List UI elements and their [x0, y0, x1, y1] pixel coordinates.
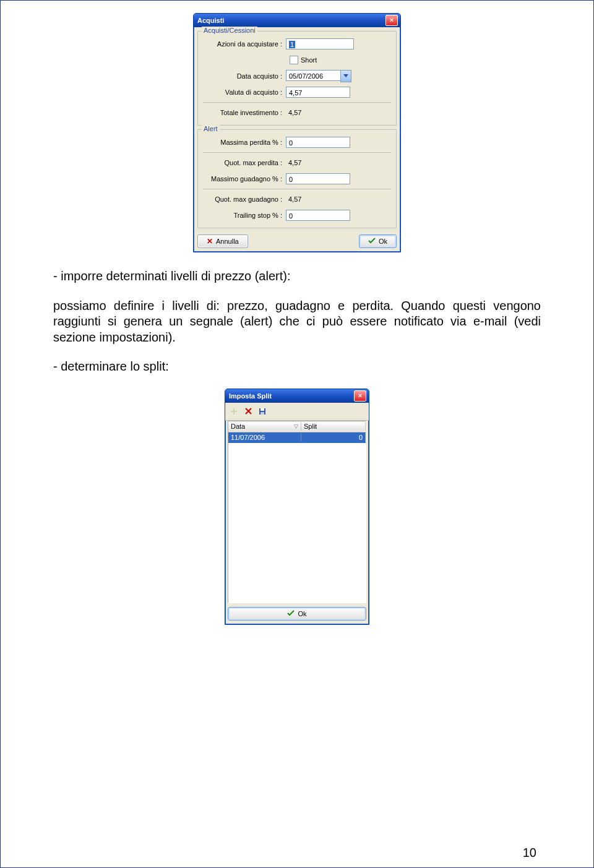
divider: [203, 152, 391, 153]
check-icon: [368, 238, 376, 245]
close-icon[interactable]: ×: [354, 390, 366, 402]
label-max-perdita: Massima perdita % :: [202, 139, 286, 146]
divider: [203, 102, 391, 103]
col-split[interactable]: Split: [301, 422, 366, 431]
svg-rect-2: [260, 412, 264, 415]
toolbar: [225, 403, 369, 421]
plus-icon[interactable]: [228, 405, 240, 418]
split-table: Data ▽ Split 11/07/2006 0: [228, 421, 366, 603]
table-header: Data ▽ Split: [228, 421, 366, 432]
titlebar-title: Imposta Split: [229, 392, 272, 400]
label-quot-perdita: Quot. max perdita :: [202, 159, 286, 166]
check-icon: [287, 610, 295, 617]
max-guadagno-input[interactable]: 0: [286, 173, 350, 184]
group-alert: Alert Massima perdita % : 0 Quot. max pe…: [197, 129, 397, 228]
cell-date: 11/07/2006: [228, 433, 301, 442]
totale-value: 4,57: [286, 108, 304, 118]
quot-perdita-value: 4,57: [286, 158, 304, 168]
titlebar-title: Acquisti: [197, 17, 224, 24]
max-perdita-input[interactable]: 0: [286, 137, 350, 148]
bullet-split: - determinare lo split:: [53, 359, 541, 375]
label-totale: Totale investimento :: [202, 109, 286, 116]
label-trailing: Trailing stop % :: [202, 212, 286, 219]
label-quot-guadagno: Quot. max guadagno :: [202, 196, 286, 203]
x-icon: ✕: [207, 237, 213, 246]
short-label: Short: [301, 56, 317, 64]
close-icon[interactable]: ×: [385, 15, 398, 26]
imposta-split-dialog: Imposta Split × Data ▽ Split: [225, 389, 369, 625]
col-data[interactable]: Data ▽: [228, 422, 301, 431]
group-legend-alert: Alert: [202, 125, 220, 132]
page-number: 10: [523, 846, 536, 860]
table-row[interactable]: 11/07/2006 0: [228, 432, 366, 443]
paragraph-alert: possiamo definire i livelli di: prezzo, …: [53, 298, 541, 346]
divider: [203, 189, 391, 189]
azioni-input[interactable]: 1: [286, 38, 354, 49]
group-legend: Acquisti/Cessioni: [202, 27, 257, 34]
valuta-input[interactable]: 4,57: [286, 87, 350, 98]
titlebar-acquisti: Acquisti ×: [194, 14, 400, 27]
bullet-alert: - imporre determinati livelli di prezzo …: [53, 269, 541, 285]
ok-button[interactable]: Ok: [228, 607, 366, 621]
chevron-down-icon[interactable]: [340, 70, 351, 82]
label-max-guadagno: Massimo guadagno % :: [202, 175, 286, 183]
quot-guadagno-value: 4,57: [286, 194, 304, 204]
x-icon[interactable]: [242, 405, 254, 418]
acquisti-dialog: Acquisti × Acquisti/Cessioni Azioni da a…: [193, 13, 401, 252]
sort-desc-icon: ▽: [294, 423, 298, 429]
trailing-input[interactable]: 0: [286, 210, 350, 221]
svg-rect-1: [260, 408, 264, 411]
save-icon[interactable]: [256, 405, 269, 418]
group-acquisti-cessioni: Acquisti/Cessioni Azioni da acquistare :…: [197, 31, 397, 126]
label-data-acquisto: Data acquisto :: [202, 72, 286, 80]
ok-button[interactable]: Ok: [359, 234, 397, 248]
titlebar-split: Imposta Split ×: [225, 389, 369, 403]
cell-split: 0: [301, 433, 366, 442]
annulla-button[interactable]: ✕ Annulla: [197, 234, 248, 248]
short-checkbox[interactable]: Short: [290, 56, 317, 64]
data-acquisto-combo[interactable]: 05/07/2006: [286, 70, 351, 82]
label-valuta: Valuta di acquisto :: [202, 88, 286, 96]
label-azioni: Azioni da acquistare :: [202, 40, 286, 48]
